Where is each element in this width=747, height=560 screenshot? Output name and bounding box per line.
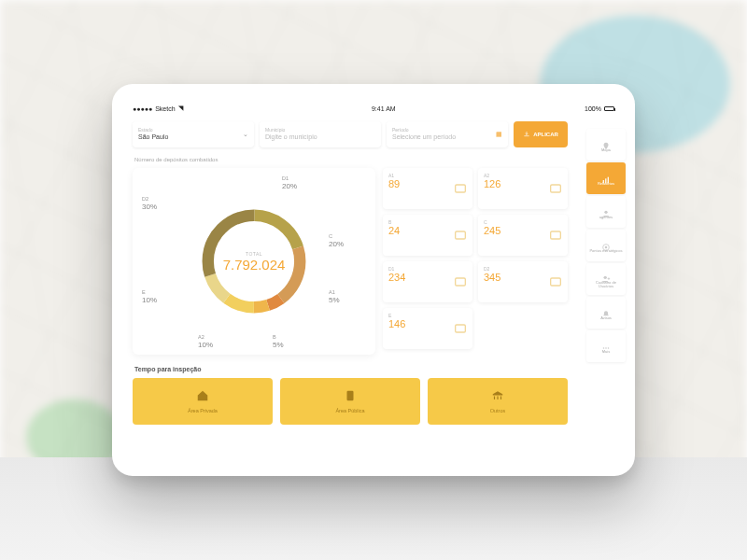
estado-select[interactable]: Estado São Paulo ⌄	[133, 121, 254, 147]
municipio-input[interactable]: Município Digite o município	[260, 121, 381, 147]
donut-segment-label: A15%	[329, 289, 340, 304]
total-value: 7.792.024	[223, 257, 286, 273]
inspecao-card-área-privada[interactable]: Área Privada	[133, 378, 273, 425]
sidebar-item-mais[interactable]: Mais	[586, 330, 626, 362]
stat-tile-a2[interactable]: A2126	[478, 168, 568, 209]
stat-tile-e[interactable]: E146	[383, 308, 472, 349]
pin-icon	[601, 138, 611, 147]
svg-rect-12	[551, 278, 561, 286]
stat-tile-a1[interactable]: A189	[383, 168, 472, 209]
wifi-icon: ◥	[178, 105, 183, 112]
donut-segment-label: D230%	[142, 196, 157, 211]
apply-button[interactable]: APLICAR	[514, 121, 568, 147]
chevron-down-icon: ⌄	[243, 131, 248, 138]
battery-icon	[604, 106, 614, 111]
field-placeholder: Digite o município	[265, 133, 375, 141]
sidebar-item-mapa[interactable]: Mapa	[586, 129, 626, 161]
tile-icon	[453, 274, 468, 289]
dots-icon	[601, 340, 611, 349]
donut-segment-label: E10%	[142, 289, 157, 304]
periodo-select[interactable]: Período Selecione um período ▦	[387, 121, 508, 147]
depositos-title: Número de depósitos combatidos	[134, 157, 568, 162]
svg-point-18	[604, 210, 607, 213]
sidebar-item-label: Pontos estratégicos	[587, 249, 624, 253]
tile-icon	[548, 228, 563, 243]
ios-status-bar: ●●●●● Sketch ◥ 9:41 AM 100%	[133, 103, 614, 114]
sidebar-item-label: agentes	[598, 216, 614, 219]
sidebar-item-cadastro-de-usuários[interactable]: Cadastro de Usuários	[586, 263, 626, 295]
svg-rect-9	[456, 231, 466, 239]
donut-segment-label: B5%	[273, 334, 284, 349]
donut-center: TOTAL 7.792.024	[223, 251, 286, 273]
user-icon	[601, 205, 611, 215]
field-placeholder: Selecione um período	[392, 133, 502, 141]
calendar-icon: ▦	[496, 131, 502, 138]
inspecao-card-outros[interactable]: Outros	[428, 378, 568, 425]
svg-rect-8	[551, 185, 561, 192]
right-sidebar: MapaRelatóriosagentesPontos estratégicos…	[586, 129, 626, 362]
tile-icon	[453, 321, 468, 336]
donut-card: TOTAL 7.792.024 D120%C20%A15%B5%A210%E10…	[133, 168, 375, 355]
inspecao-cards: Área PrivadaÁrea PúblicaOutros	[133, 378, 568, 425]
carrier-label: Sketch	[155, 105, 175, 112]
donut-segment-label: D120%	[282, 175, 297, 190]
sidebar-item-label: Cadastro de Usuários	[586, 281, 626, 288]
inspecao-title: Tempo para inspeção	[134, 366, 568, 372]
stat-tile-c[interactable]: C245	[478, 215, 568, 256]
inspecao-card-label: Outros	[490, 408, 506, 413]
tile-icon	[453, 228, 468, 243]
svg-rect-14	[347, 391, 354, 401]
svg-rect-11	[456, 278, 466, 286]
apply-button-label: APLICAR	[533, 132, 558, 137]
sidebar-item-pontos-estratégicos[interactable]: Pontos estratégicos	[586, 230, 626, 261]
sidebar-item-label: Mapa	[599, 148, 613, 152]
donut-segment-label: A210%	[198, 334, 213, 349]
tile-grid: A189A2126B24C245D1234D2345E146	[383, 168, 568, 355]
tile-icon	[548, 274, 563, 289]
institution-icon	[491, 389, 504, 406]
sidebar-item-agentes[interactable]: agentes	[586, 196, 626, 228]
battery-pct: 100%	[585, 105, 601, 112]
user-add-icon	[601, 271, 611, 280]
stat-tile-b[interactable]: B24	[383, 215, 472, 256]
tile-icon	[453, 181, 468, 196]
home-icon	[196, 389, 209, 406]
sidebar-item-label: Avisos	[599, 316, 613, 320]
sidebar-item-avisos[interactable]: Avisos	[586, 297, 626, 329]
target-icon	[601, 239, 611, 248]
clipboard-icon	[344, 389, 357, 406]
stat-tile-d2[interactable]: D2345	[478, 261, 568, 302]
chart-icon	[601, 172, 611, 181]
signal-dots-icon: ●●●●●	[133, 105, 152, 112]
svg-rect-10	[551, 231, 561, 239]
filter-bar: Estado São Paulo ⌄ Município Digite o mu…	[133, 121, 568, 147]
inspecao-card-label: Área Privada	[188, 408, 218, 413]
sidebar-item-label: Relatórios	[596, 182, 616, 186]
dashboard-row: TOTAL 7.792.024 D120%C20%A15%B5%A210%E10…	[133, 168, 568, 355]
sidebar-item-label: Mais	[600, 350, 612, 354]
stat-tile-d1[interactable]: D1234	[383, 261, 472, 302]
clock: 9:41 AM	[372, 105, 396, 112]
tile-icon	[548, 181, 563, 196]
inspecao-card-label: Área Pública	[335, 408, 364, 413]
sidebar-item-relatórios[interactable]: Relatórios	[586, 162, 626, 194]
download-icon	[523, 131, 530, 138]
svg-rect-13	[456, 325, 466, 332]
svg-rect-7	[456, 185, 466, 192]
svg-point-21	[604, 275, 607, 278]
inspecao-card-área-pública[interactable]: Área Pública	[280, 378, 420, 425]
tablet-frame: ●●●●● Sketch ◥ 9:41 AM 100% Estado São P…	[112, 84, 635, 476]
bell-icon	[601, 306, 611, 315]
field-value: São Paulo	[138, 133, 248, 141]
donut-segment-label: C20%	[329, 233, 344, 248]
